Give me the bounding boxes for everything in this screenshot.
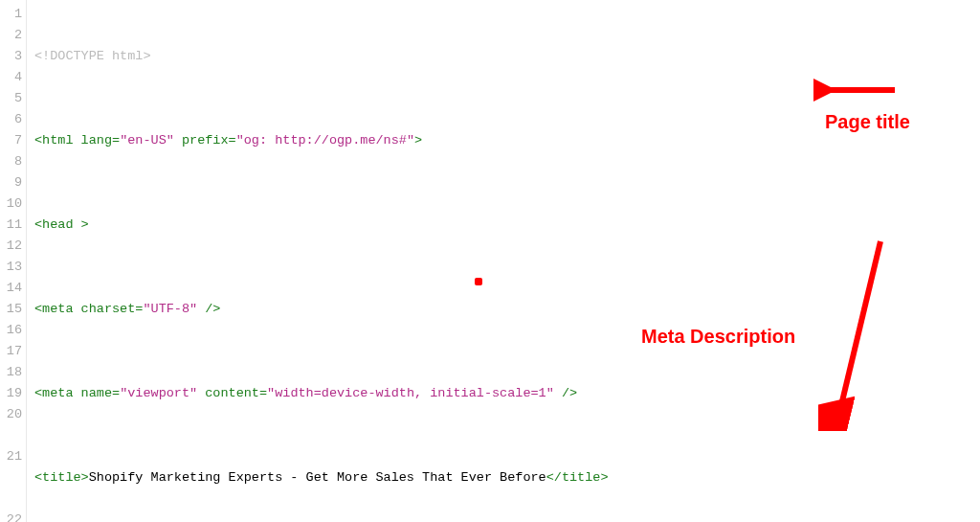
line-number: 18 [0, 362, 22, 383]
line-number: 4 [0, 67, 22, 88]
line-number: 5 [0, 88, 22, 109]
dot-marker-icon [475, 278, 482, 285]
line-number: 2 [0, 25, 22, 46]
line-number: 14 [0, 278, 22, 299]
line-number: 12 [0, 236, 22, 257]
page-title-text: Shopify Marketing Experts - Get More Sal… [89, 470, 546, 485]
line-number: 7 [0, 130, 22, 151]
line-number: 16 [0, 320, 22, 341]
code-editor: 1 2 3 4 5 6 7 8 9 10 11 12 13 14 15 16 1… [0, 0, 980, 522]
line-number: 8 [0, 151, 22, 172]
line-number: 10 [0, 193, 22, 215]
line-number: 22 [0, 510, 22, 522]
line-number: 19 [0, 383, 22, 404]
line-number-gutter: 1 2 3 4 5 6 7 8 9 10 11 12 13 14 15 16 1… [0, 0, 27, 522]
line-number: 1 [0, 4, 22, 25]
line-number: 17 [0, 341, 22, 362]
code-content[interactable]: <!DOCTYPE html> <html lang="en-US" prefi… [27, 0, 980, 522]
code-text: <!DOCTYPE html> [34, 49, 151, 63]
line-number: 3 [0, 46, 22, 67]
line-number: 15 [0, 299, 22, 320]
line-number: 6 [0, 109, 22, 130]
line-number: 11 [0, 215, 22, 236]
line-number: 21 [0, 446, 22, 510]
line-number: 9 [0, 172, 22, 193]
line-number: 13 [0, 257, 22, 278]
line-number: 20 [0, 404, 22, 446]
